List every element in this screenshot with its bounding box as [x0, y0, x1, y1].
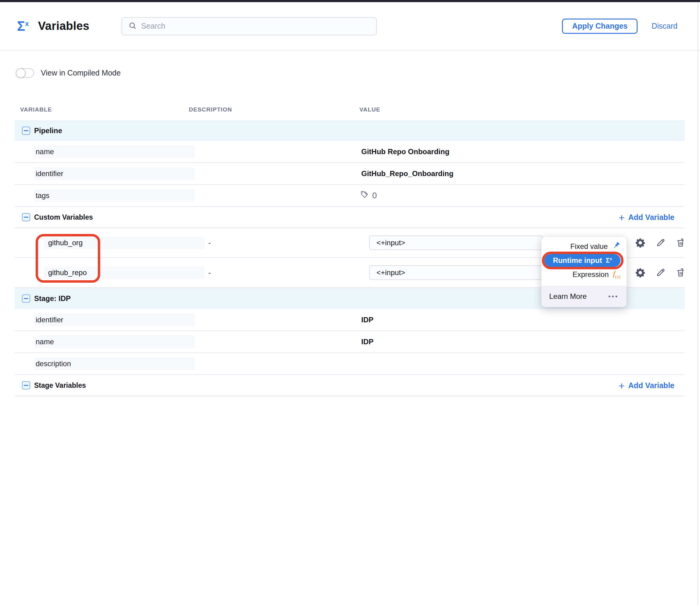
search-icon: [128, 21, 137, 31]
variables-panel-header: Σx Variables Apply Changes Discard: [0, 2, 700, 51]
column-header-value: VALUE: [359, 106, 380, 113]
table-row-stage-identifier: identifier IDP: [15, 309, 685, 331]
variable-name-cell: name: [34, 335, 195, 348]
table-row-stage-description: description: [15, 353, 685, 375]
table-row-pipeline-name: name GitHub Repo Onboarding: [15, 141, 685, 163]
column-header-description: DESCRIPTION: [189, 106, 232, 113]
value-stage-identifier: IDP: [361, 316, 373, 324]
learn-more-link[interactable]: Learn More: [549, 292, 587, 301]
settings-gear-icon[interactable]: [635, 267, 646, 278]
row-actions: [635, 267, 686, 278]
collapse-icon[interactable]: [22, 295, 30, 303]
tag-icon: [360, 191, 369, 201]
menu-item-fixed-value[interactable]: Fixed value: [541, 240, 627, 253]
more-options-icon[interactable]: •••: [608, 293, 619, 300]
section-row-stage-variables: Stage Variables + Add Variable: [15, 375, 685, 396]
value-pipeline-identifier: GitHub_Repo_Onboarding: [361, 169, 454, 178]
column-header-variable: VARIABLE: [20, 106, 52, 113]
value-pipeline-name: GitHub Repo Onboarding: [361, 147, 449, 156]
panel-right-border: [698, 2, 698, 605]
collapse-icon[interactable]: [22, 213, 30, 222]
apply-changes-button[interactable]: Apply Changes: [562, 19, 638, 34]
variable-name-cell: name: [34, 145, 195, 158]
menu-item-runtime-input[interactable]: Runtime input Σx: [541, 253, 627, 268]
value-type-menu-footer: Learn More •••: [541, 286, 627, 307]
section-title-custom-variables: Custom Variables: [34, 213, 93, 222]
pin-icon: [612, 241, 621, 252]
add-variable-button[interactable]: + Add Variable: [619, 381, 674, 390]
variable-name-cell: description: [34, 357, 195, 370]
tags-count-cell: 0: [360, 191, 377, 201]
page-title: Variables: [38, 20, 90, 32]
value-input-github-org[interactable]: <+input>: [369, 235, 543, 250]
variable-name-cell: tags: [34, 189, 195, 202]
plus-icon: +: [619, 381, 625, 389]
tags-count: 0: [372, 191, 377, 200]
collapse-icon[interactable]: [22, 127, 30, 135]
variable-name-cell: github_org: [44, 236, 205, 249]
discard-button[interactable]: Discard: [652, 22, 677, 30]
row-actions: [635, 237, 686, 248]
top-chrome-bar: [0, 0, 700, 2]
runtime-sigma-icon: Σx: [605, 256, 612, 264]
toggle-knob: [16, 68, 26, 78]
table-row-pipeline-tags: tags 0: [15, 185, 685, 207]
edit-pencil-icon[interactable]: [655, 267, 666, 278]
search-input[interactable]: [141, 22, 370, 30]
value-stage-name: IDP: [361, 337, 373, 346]
variable-name-cell: identifier: [34, 313, 195, 326]
variables-sigma-icon: Σx: [17, 20, 29, 33]
edit-pencil-icon[interactable]: [655, 237, 666, 248]
section-row-pipeline: Pipeline: [15, 120, 685, 141]
section-title-stage-idp: Stage: IDP: [34, 294, 71, 303]
table-column-headers: VARIABLE DESCRIPTION VALUE: [15, 101, 685, 120]
compiled-mode-row: View in Compiled Mode: [16, 68, 700, 78]
delete-trash-icon[interactable]: [675, 267, 686, 278]
compiled-mode-toggle[interactable]: [16, 68, 34, 78]
description-cell: -: [208, 238, 211, 247]
plus-icon: +: [619, 213, 625, 222]
variable-name-cell: identifier: [34, 167, 195, 180]
delete-trash-icon[interactable]: [675, 237, 686, 248]
search-box[interactable]: [122, 17, 377, 35]
add-variable-button[interactable]: + Add Variable: [619, 213, 674, 222]
section-title-stage-variables: Stage Variables: [34, 381, 86, 389]
menu-item-expression[interactable]: Expression f(x): [541, 268, 627, 281]
value-type-menu-items: Fixed value Runtime input Σx Expression …: [541, 237, 627, 281]
settings-gear-icon[interactable]: [635, 237, 646, 248]
collapse-icon[interactable]: [22, 381, 30, 389]
compiled-mode-label: View in Compiled Mode: [41, 69, 121, 77]
section-title-pipeline: Pipeline: [34, 126, 62, 135]
runtime-input-pill[interactable]: Runtime input Σx: [544, 254, 621, 267]
section-row-custom-variables: Custom Variables + Add Variable: [15, 207, 685, 228]
description-cell: -: [208, 268, 211, 277]
table-row-stage-name: name IDP: [15, 331, 685, 353]
table-row-pipeline-identifier: identifier GitHub_Repo_Onboarding: [15, 163, 685, 185]
value-input-github-repo[interactable]: <+input>: [369, 265, 543, 280]
value-type-menu: Fixed value Runtime input Σx Expression …: [541, 237, 627, 307]
variable-name-cell: github_repo: [44, 266, 205, 279]
expression-fx-icon: f(x): [613, 269, 621, 279]
